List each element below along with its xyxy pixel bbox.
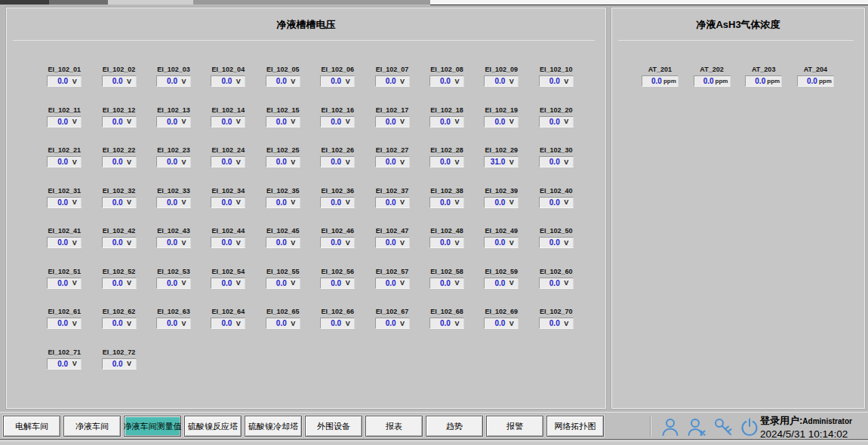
toolbar-button-7[interactable]: 报表 (365, 416, 423, 437)
login-info: 登录用户: Administrator 2024/5/31 10:14:02 (760, 414, 866, 440)
unit-text: V (560, 78, 573, 85)
value-text: 0.0 (211, 238, 232, 247)
toolbar-button-4[interactable]: 硫酸镍反应塔 (184, 416, 242, 437)
value-text: 0.0 (746, 77, 765, 85)
tag-label: EI_102_40 (540, 186, 573, 195)
value-box: 0.0V (102, 156, 137, 167)
value-text: 0.0 (642, 77, 662, 85)
value-box: 0.0V (539, 75, 574, 87)
tag-label: EI_102_45 (266, 226, 300, 235)
value-text: 0.0 (430, 238, 451, 247)
tag-label: EI_102_60 (540, 267, 573, 276)
value-box: 0.0V (156, 156, 191, 167)
voltage-item: EI_102_670.0V (365, 307, 419, 348)
value-text: 0.0 (485, 118, 505, 126)
voltage-item: EI_102_300.0V (529, 146, 583, 186)
voltage-item: EI_102_340.0V (201, 186, 255, 227)
value-box: 0.0V (47, 75, 82, 87)
voltage-item: EI_102_050.0V (256, 65, 310, 106)
tag-label: EI_102_17 (376, 106, 409, 115)
unit-text: V (451, 158, 463, 166)
unit-text: V (505, 118, 518, 125)
unit-text: V (287, 239, 300, 247)
value-box: 0.0V (102, 75, 137, 87)
toolbar-button-8[interactable]: 趋势 (426, 416, 483, 437)
voltage-item: EI_102_570.0V (365, 267, 419, 308)
value-text: 0.0 (157, 77, 177, 85)
unit-text: V (560, 118, 573, 125)
value-text: 0.0 (540, 158, 560, 166)
tag-label: EI_102_66 (321, 307, 354, 316)
unit-text: V (341, 78, 354, 85)
unit-text: V (68, 158, 81, 166)
voltage-item: EI_102_190.0V (474, 106, 528, 146)
login-user-icon[interactable] (660, 416, 681, 437)
tag-label: EI_102_71 (48, 348, 81, 357)
unit-text: V (177, 158, 190, 166)
tag-label: EI_102_25 (266, 146, 300, 155)
value-text: 31.0 (485, 158, 505, 166)
voltage-item: EI_102_620.0V (91, 307, 146, 348)
value-box: 0.0V (484, 197, 519, 208)
tag-label: EI_102_35 (266, 186, 300, 195)
tag-label: EI_102_57 (376, 267, 409, 276)
value-text: 0.0 (48, 118, 68, 126)
unit-text: V (287, 198, 300, 206)
unit-text: V (505, 239, 518, 247)
voltage-item: EI_102_530.0V (146, 267, 201, 308)
tag-label: EI_102_41 (48, 226, 81, 235)
toolbar-button-9[interactable]: 报警 (486, 416, 543, 437)
toolbar-button-6[interactable]: 外围设备 (305, 416, 362, 437)
voltage-item: EI_102_630.0V (146, 307, 201, 348)
value-text: 0.0 (430, 198, 451, 207)
voltage-item: EI_102_700.0V (529, 307, 583, 348)
tag-label: EI_102_72 (103, 348, 136, 357)
key-icon[interactable] (713, 416, 734, 437)
unit-text: V (123, 118, 136, 125)
tag-label: EI_102_28 (430, 146, 463, 155)
value-box: 0.0V (211, 237, 245, 248)
tag-label: EI_102_49 (485, 226, 519, 235)
value-text: 0.0 (540, 319, 560, 327)
value-box: 0.0V (320, 156, 355, 167)
unit-text: V (341, 118, 354, 125)
window-chrome-segment (193, 0, 430, 5)
voltage-item: EI_102_550.0V (256, 267, 310, 308)
unit-text: V (123, 320, 136, 327)
unit-text: V (505, 78, 518, 85)
value-text: 0.0 (321, 198, 341, 207)
tag-label: EI_102_58 (430, 267, 463, 276)
voltage-item: EI_102_640.0V (201, 307, 255, 348)
unit-text: V (123, 279, 136, 287)
value-text: 0.0 (430, 118, 451, 126)
unit-text: V (341, 158, 354, 166)
toolbar-button-1[interactable]: 电解车间 (3, 416, 60, 437)
login-user-label: 登录用户: (760, 414, 802, 428)
voltage-item: EI_102_370.0V (365, 186, 419, 227)
value-text: 0.0 (321, 238, 341, 247)
toolbar-button-5[interactable]: 硫酸镍冷却塔 (245, 416, 302, 437)
tag-label: EI_102_47 (376, 226, 409, 235)
value-text: 0.0 (376, 158, 396, 166)
value-text: 0.0 (798, 77, 817, 85)
logout-user-icon[interactable] (686, 416, 707, 437)
toolbar-button-2[interactable]: 净液车间 (63, 416, 121, 437)
tag-label: EI_102_31 (48, 186, 81, 195)
unit-text: V (232, 158, 245, 166)
tag-label: EI_102_38 (430, 186, 463, 195)
value-box: 0.0V (539, 237, 574, 248)
tag-label: EI_102_68 (430, 307, 463, 316)
power-icon[interactable] (739, 416, 760, 437)
value-text: 0.0 (430, 158, 451, 166)
toolbar-button-3[interactable]: 净液车间测量值 (124, 416, 181, 437)
value-text: 0.0 (485, 198, 505, 207)
toolbar-button-10[interactable]: 网络拓扑图 (546, 416, 604, 437)
tag-label: EI_102_56 (321, 267, 354, 276)
voltage-panel-title: 净液槽槽电压 (7, 18, 605, 32)
voltage-item: EI_102_440.0V (201, 226, 255, 267)
unit-text: V (123, 198, 136, 206)
unit-text: V (177, 239, 190, 247)
tag-label: EI_102_37 (376, 186, 409, 195)
value-text: 0.0 (103, 319, 123, 327)
window-chrome-segment (0, 0, 49, 5)
